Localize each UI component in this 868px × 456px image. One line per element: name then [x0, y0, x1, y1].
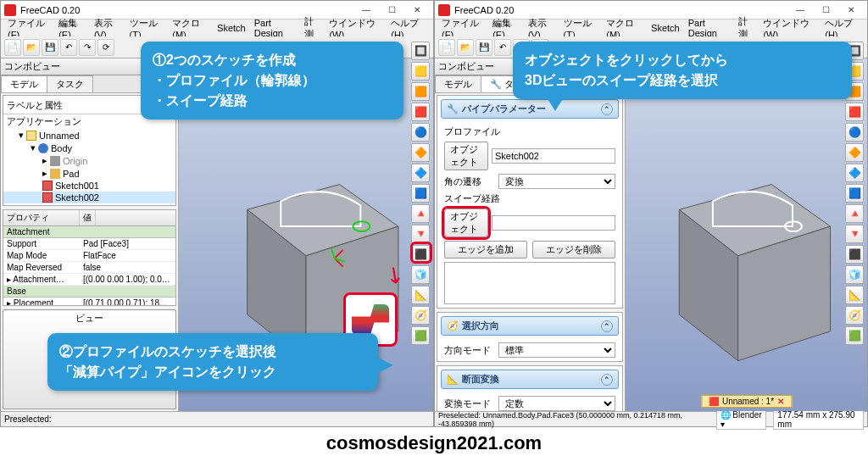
tool-undo[interactable]: ↶ [60, 39, 77, 56]
close-tab-icon[interactable]: ✕ [777, 397, 784, 406]
menu-sketch[interactable]: Sketch [648, 21, 683, 35]
tab-model[interactable]: モデル [1, 75, 47, 92]
toolstrip-button-10[interactable]: ⬛ [845, 245, 864, 264]
tool-save[interactable]: 💾 [476, 39, 492, 56]
add-edge-button[interactable]: エッジを追加 [444, 241, 527, 259]
status-bar: Preselected: Unnamed.Body.Pad.Face3 (50.… [435, 411, 867, 426]
sketch-icon [42, 181, 53, 191]
3d-viewport[interactable]: 🟥 Unnamed : 1* ✕ [626, 58, 867, 411]
toolstrip-button-11[interactable]: 🧊 [845, 265, 864, 284]
toolstrip-button-6[interactable]: 🔷 [845, 164, 864, 182]
section-icon: 📐 [447, 374, 459, 385]
dirmode-select[interactable]: 標準 [498, 342, 615, 358]
document-tab[interactable]: 🟥 Unnamed : 1* ✕ [701, 395, 792, 408]
tree-sketch002[interactable]: Sketch002 [3, 192, 175, 203]
toolstrip-button-2[interactable]: 🟧 [411, 82, 430, 101]
site-watermark: cosmosdesign2021.com [0, 432, 868, 454]
toolstrip-button-1[interactable]: 🟨 [411, 62, 430, 81]
trmode-select[interactable]: 定数 [498, 396, 615, 411]
callout-step1: ①2つのスケッチを作成 ・プロファイル（輪郭線） ・スイープ経路 [141, 42, 403, 120]
tool-refresh[interactable]: ⟳ [97, 39, 114, 56]
toolstrip-button-12[interactable]: 📐 [845, 286, 864, 304]
task-header-pipe[interactable]: 🔧 パイプパラメーター ⌃ [441, 99, 619, 119]
toolstrip-button-7[interactable]: 🟦 [411, 184, 430, 203]
object-button-profile[interactable]: オブジェクト [444, 142, 488, 170]
toolstrip-button-13[interactable]: 🧭 [411, 306, 430, 325]
collapse-icon[interactable]: ⌃ [601, 103, 613, 115]
origin-icon [50, 156, 60, 166]
toolstrip-button-14[interactable]: 🟩 [411, 326, 430, 345]
status-navstyle[interactable]: 🌐 Blender ▾ [716, 409, 767, 430]
right-window: FreeCAD 0.20 — ☐ ✕ ファイル(F) 編集(E) 表示(V) ツ… [434, 0, 868, 427]
toolstrip-button-5[interactable]: 🔶 [845, 143, 864, 162]
toolstrip-button-9[interactable]: 🔻 [845, 225, 864, 243]
toolstrip-button-6[interactable]: 🔷 [411, 164, 430, 182]
toolstrip-button-12[interactable]: 📐 [411, 286, 430, 304]
menu-bar: ファイル(F) 編集(E) 表示(V) ツール(T) マクロ(M) Sketch… [435, 19, 867, 36]
toolstrip-button-14[interactable]: 🟩 [845, 326, 864, 345]
status-preselected: Preselected: [4, 414, 52, 424]
tree-col-label: ラベルと属性 [3, 97, 150, 114]
toolstrip-button-13[interactable]: 🧭 [845, 306, 864, 325]
group-attachment: Attachment [3, 226, 175, 238]
direction-icon: 🧭 [447, 320, 459, 331]
sketch-icon [42, 192, 53, 203]
tool-redo[interactable]: ↷ [79, 39, 96, 56]
tree-document[interactable]: ▾ Unnamed [3, 129, 175, 142]
pipe-icon: 🔧 [447, 103, 459, 114]
document-icon [26, 131, 36, 141]
label-dirmode: 方向モード [444, 344, 495, 357]
callout-step3: オブジェクトをクリックしてから 3Dビューのスイープ経路を選択 [513, 42, 852, 99]
menu-sketch[interactable]: Sketch [214, 21, 249, 35]
group-base: Base [3, 286, 175, 298]
tab-model[interactable]: モデル [435, 75, 481, 92]
collapse-icon[interactable]: ⌃ [601, 374, 613, 386]
tool-new[interactable]: 📄 [438, 39, 455, 56]
left-window: FreeCAD 0.20 — ☐ ✕ ファイル(F) 編集(E) 表示(V) ツ… [0, 0, 434, 427]
toolstrip-button-3[interactable]: 🟥 [411, 103, 430, 121]
label-trmode: 変換モード [444, 398, 495, 410]
app-logo-icon [438, 4, 450, 16]
tool-undo[interactable]: ↶ [494, 39, 511, 56]
combo-view-panel: コンボビュー モデル 🔧 タスク 🔧 パイプパラメーター ⌃ プロファイル オブ… [435, 58, 626, 411]
remove-edge-button[interactable]: エッジを削除 [532, 241, 615, 259]
toolstrip-button-4[interactable]: 🔵 [411, 123, 430, 142]
property-panel: プロパティ 値 Attachment SupportPad [Face3] Ma… [3, 209, 176, 306]
toolstrip-button-4[interactable]: 🔵 [845, 123, 864, 142]
tree-body[interactable]: ▾ Body [3, 142, 175, 154]
toolstrip-button-3[interactable]: 🟥 [845, 103, 864, 121]
body-icon [38, 143, 48, 153]
tool-new[interactable]: 📄 [4, 39, 21, 56]
tool-open[interactable]: 📂 [457, 39, 474, 56]
tool-save[interactable]: 💾 [42, 39, 58, 56]
task-header-section[interactable]: 📐 断面変換 ⌃ [441, 370, 619, 389]
toolstrip-button-8[interactable]: 🔺 [411, 204, 430, 223]
toolstrip-button-8[interactable]: 🔺 [845, 204, 864, 223]
app-logo-icon [4, 4, 16, 16]
cube-render [626, 58, 867, 411]
prop-col-name: プロパティ [3, 210, 80, 225]
collapse-icon[interactable]: ⌃ [601, 320, 613, 332]
tree-pad[interactable]: ▸ Pad [3, 167, 175, 180]
path-input[interactable] [492, 215, 615, 231]
toolstrip-button-5[interactable]: 🔶 [411, 143, 430, 162]
corner-select[interactable]: 変換 [498, 174, 615, 189]
task-header-direction[interactable]: 🧭 選択方向 ⌃ [441, 316, 619, 336]
toolstrip-button-0[interactable]: 🔲 [411, 42, 430, 60]
object-button-path[interactable]: オブジェクト [444, 209, 488, 237]
toolstrip-button-7[interactable]: 🟦 [845, 184, 864, 203]
toolstrip-button-11[interactable]: 🧊 [411, 265, 430, 284]
toolstrip-button-9[interactable]: 🔻 [411, 225, 430, 243]
callout-step2: ②プロファイルのスケッチを選択後 「減算パイプ」アイコンをクリック [47, 333, 378, 391]
status-preselected: Preselected: Unnamed.Body.Pad.Face3 (50.… [438, 411, 703, 428]
label-profile: プロファイル [444, 125, 615, 138]
tool-open[interactable]: 📂 [23, 39, 40, 56]
tree-sketch001[interactable]: Sketch001 [3, 180, 175, 192]
tab-task[interactable]: タスク [47, 75, 93, 92]
tree-origin[interactable]: ▸ Origin [3, 154, 175, 167]
task-direction: 🧭 選択方向 ⌃ 方向モード 標準 [437, 312, 623, 362]
profile-input[interactable] [492, 148, 615, 164]
edge-list[interactable] [444, 262, 615, 304]
menu-bar: ファイル(F) 編集(E) 表示(V) ツール(T) マクロ(M) Sketch… [1, 19, 433, 36]
status-bar: Preselected: [1, 411, 433, 426]
